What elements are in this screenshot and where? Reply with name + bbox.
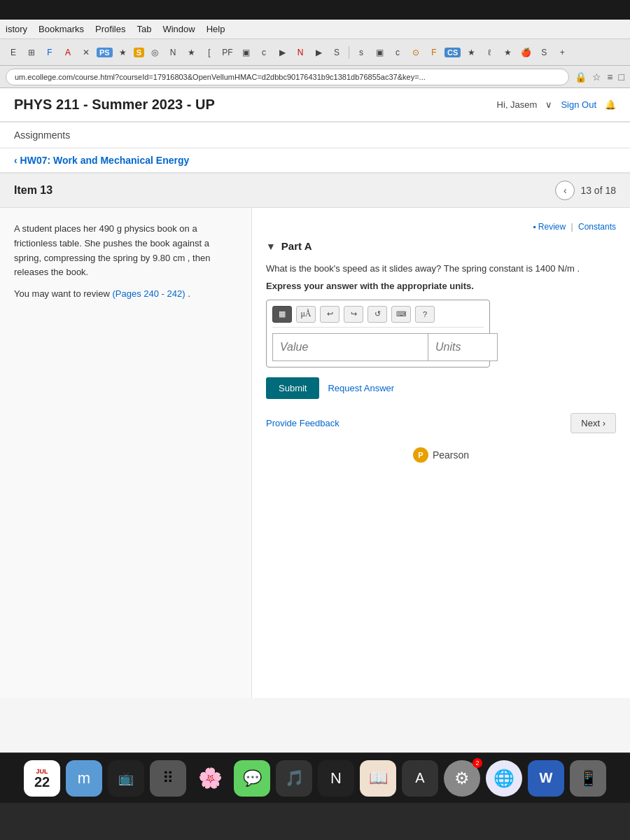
browser-badge-s[interactable]: S [134,48,144,57]
browser-icon-n2[interactable]: N [293,45,308,60]
browser-icon-c[interactable]: c [256,45,272,60]
dock-photos[interactable]: 🌸 [192,760,228,797]
browser-icon-ax[interactable]: A [60,45,76,60]
browser-icon-circle[interactable]: ◎ [147,45,162,60]
review-link[interactable]: Review [538,222,566,232]
menu-tab[interactable]: Tab [136,24,151,34]
units-input[interactable] [428,333,498,361]
browser-icon-star1[interactable]: ★ [115,45,131,60]
question-text: What is the book's speed as it slides aw… [266,262,616,276]
submit-button[interactable]: Submit [266,377,319,399]
browser-icon-yt[interactable]: ▶ [311,45,326,60]
refresh-button[interactable]: ↺ [368,306,387,323]
bell-icon[interactable]: 🔔 [605,99,616,110]
bottom-row: Provide Feedback Next › [266,413,616,433]
lock-icon: 🔒 [575,71,587,83]
constants-link[interactable]: Constants [578,222,616,232]
feedback-link[interactable]: Provide Feedback [266,418,340,428]
greeting-arrow: ∨ [545,99,552,110]
review-icon: ▪ [533,222,536,232]
browser-icon-box2[interactable]: ▣ [238,45,253,60]
star-icon[interactable]: ☆ [592,71,601,83]
item-nav: ‹ 13 of 18 [555,181,616,200]
next-button[interactable]: Next › [570,413,616,433]
browser-icon-apple[interactable]: 🍎 [518,45,533,60]
main-content: Assignments HW07: Work and Mechanical En… [0,122,630,752]
browser-icon-globe[interactable]: ⊙ [408,45,424,60]
answer-fields [272,333,484,361]
review-note: You may want to review (Pages 240 - 242)… [14,288,237,299]
help-button[interactable]: ? [415,306,435,323]
browser-icon-x[interactable]: ✕ [78,45,94,60]
url-input[interactable]: um.ecollege.com/course.html?courseId=179… [6,69,569,85]
dock-browser[interactable]: 🌐 [486,760,522,797]
dock-tv[interactable]: 📺 [108,760,144,797]
browser-badge-cs[interactable]: CS [444,48,461,57]
request-answer-link[interactable]: Request Answer [328,383,394,393]
part-header: ▼ Part A [266,240,616,252]
right-panel: ▪ Review | Constants ▼ Part A What is th… [252,208,630,698]
mac-dock: JUL 22 m 📺 ⠿ 🌸 💬 🎵 N 📖 A ⚙ 2 🌐 W 📱 [0,752,630,803]
browser-icon-f2[interactable]: F [426,45,442,60]
item-title: Item 13 [14,184,52,197]
browser-icon-s4[interactable]: S [536,45,552,60]
assignments-nav: Assignments [0,122,630,148]
value-input[interactable] [272,333,428,361]
browser-icon-pf[interactable]: PF [220,45,235,60]
browser-icon-star4[interactable]: ★ [500,45,515,60]
dock-messages[interactable]: 💬 [234,760,270,797]
keyboard-button[interactable]: ⌨ [391,306,411,323]
browser-icon-box3[interactable]: ▣ [372,45,387,60]
browser-icon-plus[interactable]: + [554,45,570,60]
expand-icon[interactable]: □ [619,71,624,83]
browser-icon-play[interactable]: ▶ [274,45,290,60]
hw-section: HW07: Work and Mechanical Energy [0,148,630,174]
browser-icon-s2[interactable]: S [329,45,344,60]
dock-word[interactable]: W [528,760,564,797]
reader-icon[interactable]: ≡ [607,71,612,83]
browser-badge-ps[interactable]: PS [97,48,113,57]
link-separator: | [571,222,573,232]
problem-text: A student places her 490 g physics book … [14,222,237,280]
submit-area: Submit Request Answer [266,377,616,399]
dock-launchpad[interactable]: ⠿ [150,760,186,797]
browser-icon-e[interactable]: E [6,45,21,60]
undo-button[interactable]: ↩ [320,306,340,323]
dock-music[interactable]: 🎵 [276,760,312,797]
browser-icon-cf[interactable]: c [390,45,405,60]
browser-icon-bracket[interactable]: [ [202,45,217,60]
dock-accessibility[interactable]: A [402,760,438,797]
browser-icon-n[interactable]: N [165,45,181,60]
hw-link[interactable]: HW07: Work and Mechanical Energy [14,155,189,166]
menu-bookmarks[interactable]: Bookmarks [38,24,84,34]
gear-icon: ⚙ [454,769,470,788]
item-header: Item 13 ‹ 13 of 18 [0,174,630,208]
dock-books[interactable]: 📖 [360,760,396,797]
review-pages-link[interactable]: (Pages 240 - 242) [112,288,185,299]
browser-icon-box[interactable]: ⊞ [24,45,39,60]
browser-icon-l[interactable]: ℓ [482,45,497,60]
browser-icon-star2[interactable]: ★ [183,45,199,60]
menu-window[interactable]: Window [162,24,195,34]
browser-icon-star3[interactable]: ★ [463,45,479,60]
browser-icon-s3[interactable]: s [354,45,369,60]
grid-button[interactable]: ▦ [272,306,292,323]
sign-out-link[interactable]: Sign Out [561,99,596,110]
browser-icon-f[interactable]: F [42,45,57,60]
dock-notes-n[interactable]: N [318,760,354,797]
menu-help[interactable]: Help [206,24,225,34]
menu-history[interactable]: istory [6,24,27,34]
redo-button[interactable]: ↪ [344,306,363,323]
dock-badge: 2 [472,758,482,768]
dock-calendar[interactable]: JUL 22 [24,760,60,797]
dock-settings[interactable]: ⚙ 2 [444,760,480,797]
dock-iphone[interactable]: 📱 [570,760,606,797]
dock-month: JUL [36,768,48,775]
prev-arrow[interactable]: ‹ [555,181,575,200]
dock-day: 22 [34,775,50,789]
part-arrow-icon: ▼ [266,241,276,252]
mu-button[interactable]: μÅ [296,306,316,323]
menu-profiles[interactable]: Profiles [95,24,125,34]
dock-mail[interactable]: m [66,760,102,797]
item-count: 13 of 18 [580,185,616,196]
